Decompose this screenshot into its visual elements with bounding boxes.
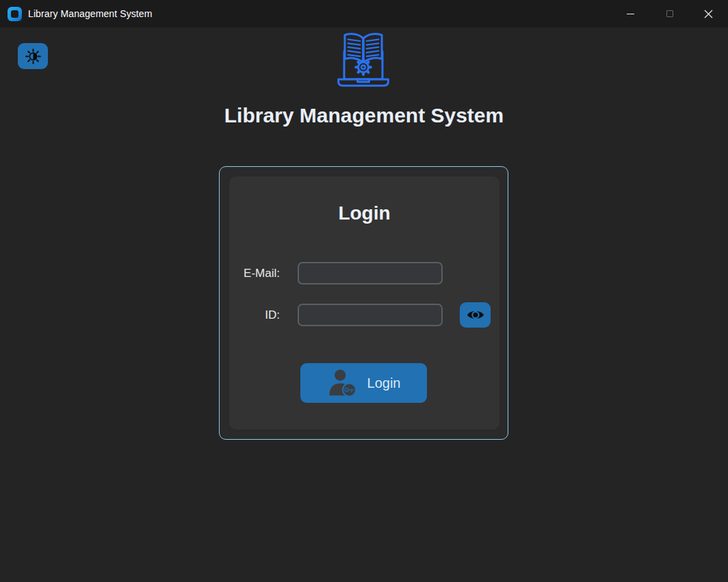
minimize-icon — [627, 14, 634, 14]
page-title: Library Management System — [0, 104, 728, 127]
maximize-icon — [666, 10, 673, 17]
show-password-button[interactable] — [460, 302, 491, 328]
window-titlebar: Library Management System — [0, 0, 728, 27]
close-button[interactable] — [689, 0, 728, 27]
close-icon — [704, 10, 713, 18]
window-caption-buttons — [611, 0, 728, 27]
id-label: ID: — [229, 304, 280, 326]
window-title: Library Management System — [28, 8, 152, 19]
eye-icon — [467, 308, 484, 321]
login-card-title: Login — [229, 202, 499, 224]
minimize-button[interactable] — [611, 0, 650, 27]
id-input[interactable] — [298, 304, 443, 326]
person-key-icon — [327, 369, 359, 397]
app-window: { "colors": { "accent_blue": "#2271b3", … — [0, 0, 728, 582]
login-card-frame: Login E-Mail: ID: — [219, 166, 508, 440]
email-label: E-Mail: — [229, 262, 280, 285]
login-button[interactable]: Login — [300, 363, 427, 403]
email-input[interactable] — [298, 262, 443, 285]
app-icon — [8, 7, 22, 21]
library-logo-icon — [335, 31, 392, 90]
login-button-label: Login — [367, 375, 401, 391]
maximize-button[interactable] — [650, 0, 689, 27]
theme-contrast-icon — [25, 49, 41, 64]
login-card: Login E-Mail: ID: — [229, 176, 499, 429]
theme-toggle-button[interactable] — [18, 43, 48, 69]
